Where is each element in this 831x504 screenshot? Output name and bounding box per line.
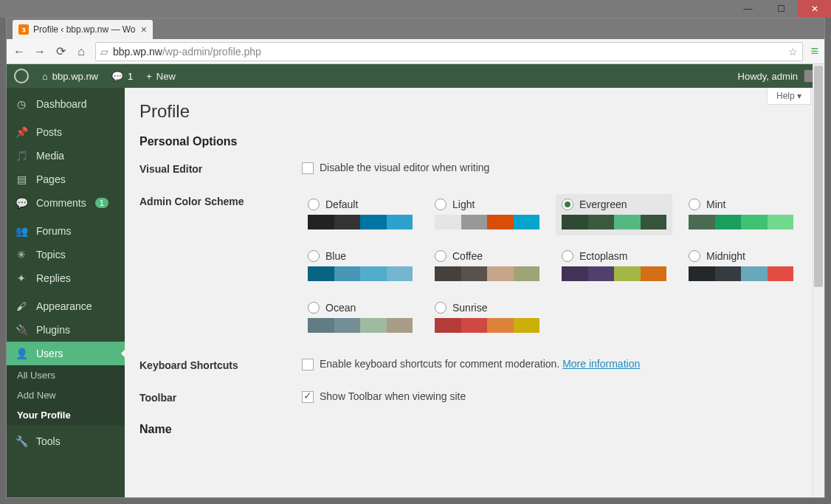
radio-icon xyxy=(308,302,320,314)
color-scheme-name: Mint xyxy=(706,199,725,210)
browser-window: ᴣ Profile ‹ bbp.wp.nw — Wo × ← → ⟳ ⌂ ▱ b… xyxy=(6,18,825,498)
color-swatches xyxy=(435,266,539,281)
scrollbar[interactable] xyxy=(813,64,824,497)
sidebar-item-media[interactable]: 🎵Media xyxy=(7,144,125,168)
wordpress-icon xyxy=(14,69,29,83)
color-scheme-coffee[interactable]: Coffee xyxy=(429,246,545,287)
comments-link[interactable]: 💬1 xyxy=(111,71,133,82)
visual-editor-text: Disable the visual editor when writing xyxy=(320,162,489,173)
color-scheme-mint[interactable]: Mint xyxy=(683,194,799,235)
sidebar-item-label: Media xyxy=(36,150,64,162)
address-bar[interactable]: ▱ bbp.wp.nw/wp-admin/profile.php ☆ xyxy=(95,42,803,61)
sidebar-item-label: Pages xyxy=(36,173,66,185)
plus-icon: + xyxy=(146,71,152,82)
url-host: bbp.wp.nw xyxy=(113,46,162,58)
window-close-button[interactable]: ✕ xyxy=(798,0,831,18)
dashboard-icon: ◷ xyxy=(14,98,29,110)
account-menu[interactable]: Howdy, admin xyxy=(738,69,817,83)
color-swatches xyxy=(308,215,413,229)
color-scheme-name: Ocean xyxy=(325,302,356,314)
more-information-link[interactable]: More information xyxy=(562,358,640,370)
sidebar-item-plugins[interactable]: 🔌Plugins xyxy=(7,318,125,342)
url-path: /wp-admin/profile.php xyxy=(162,46,261,58)
os-titlebar: — ☐ ✕ xyxy=(0,0,831,18)
color-scheme-midnight[interactable]: Midnight xyxy=(683,246,799,287)
radio-icon xyxy=(562,250,573,262)
color-scheme-light[interactable]: Light xyxy=(429,194,545,235)
sidebar-item-label: Replies xyxy=(36,272,71,284)
color-scheme-default[interactable]: Default xyxy=(302,194,418,235)
section-personal-options: Personal Options xyxy=(139,135,810,148)
sidebar-item-tools[interactable]: 🔧Tools xyxy=(7,429,125,453)
color-scheme-grid: DefaultLightEvergreenMintBlueCoffeeEctop… xyxy=(302,194,810,339)
sidebar-item-label: Topics xyxy=(36,249,66,260)
sidebar-item-appearance[interactable]: 🖌Appearance xyxy=(7,294,125,318)
color-scheme-name: Blue xyxy=(325,250,346,262)
sidebar-item-label: Appearance xyxy=(36,300,92,312)
color-scheme-name: Default xyxy=(325,199,358,210)
color-scheme-sunrise[interactable]: Sunrise xyxy=(429,297,545,339)
browser-toolbar: ← → ⟳ ⌂ ▱ bbp.wp.nw/wp-admin/profile.php… xyxy=(7,39,824,64)
radio-icon xyxy=(308,250,320,262)
sidebar-item-comments[interactable]: 💬Comments1 xyxy=(7,191,125,215)
toolbar-label: Toolbar xyxy=(139,390,302,404)
color-scheme-ocean[interactable]: Ocean xyxy=(302,297,418,339)
sidebar-subitem-all-users[interactable]: All Users xyxy=(7,365,125,385)
home-icon: ⌂ xyxy=(42,71,48,82)
home-button[interactable]: ⌂ xyxy=(75,45,88,58)
color-scheme-label: Admin Color Scheme xyxy=(139,194,302,339)
site-link[interactable]: ⌂bbp.wp.nw xyxy=(42,71,98,82)
sidebar-subitem-your-profile[interactable]: Your Profile xyxy=(7,405,125,425)
color-scheme-name: Ectoplasm xyxy=(579,250,627,262)
browser-menu-button[interactable]: ≡ xyxy=(810,44,818,59)
radio-icon xyxy=(435,250,446,262)
sidebar-item-forums[interactable]: 👥Forums xyxy=(7,219,125,243)
sidebar-item-label: Dashboard xyxy=(36,98,87,110)
forward-button[interactable]: → xyxy=(33,45,46,58)
radio-icon xyxy=(435,302,446,314)
radio-icon xyxy=(689,199,700,210)
sidebar-item-label: Plugins xyxy=(36,324,70,336)
window-minimize-button[interactable]: — xyxy=(731,0,765,18)
toolbar-text: Show Toolbar when viewing site xyxy=(320,390,466,402)
tab-close-icon[interactable]: × xyxy=(141,24,147,35)
back-button[interactable]: ← xyxy=(13,45,26,58)
browser-tab-strip: ᴣ Profile ‹ bbp.wp.nw — Wo × xyxy=(7,18,824,39)
content-area: Help ▾ Profile Personal Options Visual E… xyxy=(125,88,824,497)
plugins-icon: 🔌 xyxy=(14,324,29,336)
admin-sidebar: ◷Dashboard📌Posts🎵Media▤Pages💬Comments1👥F… xyxy=(7,88,125,497)
color-scheme-name: Light xyxy=(452,199,475,210)
count-badge: 1 xyxy=(95,198,108,208)
color-scheme-ectoplasm[interactable]: Ectoplasm xyxy=(556,246,672,287)
page-icon: ▱ xyxy=(100,46,108,58)
color-swatches xyxy=(308,318,413,333)
sidebar-item-pages[interactable]: ▤Pages xyxy=(7,168,125,191)
radio-icon xyxy=(689,250,700,262)
wp-logo[interactable] xyxy=(14,69,29,83)
sidebar-item-dashboard[interactable]: ◷Dashboard xyxy=(7,92,125,116)
sidebar-item-posts[interactable]: 📌Posts xyxy=(7,120,125,144)
sidebar-item-label: Tools xyxy=(36,435,61,447)
sidebar-subitem-add-new[interactable]: Add New xyxy=(7,385,125,405)
sidebar-item-replies[interactable]: ✦Replies xyxy=(7,266,125,290)
help-tab[interactable]: Help ▾ xyxy=(767,88,811,105)
color-scheme-name: Coffee xyxy=(452,250,483,262)
sidebar-item-topics[interactable]: ✳Topics xyxy=(7,243,125,266)
color-scheme-evergreen[interactable]: Evergreen xyxy=(556,194,672,235)
pin-icon: 📌 xyxy=(14,126,29,138)
color-swatches xyxy=(562,215,666,229)
window-maximize-button[interactable]: ☐ xyxy=(765,0,798,18)
color-scheme-blue[interactable]: Blue xyxy=(302,246,418,287)
tab-title: Profile ‹ bbp.wp.nw — Wo xyxy=(33,24,136,35)
reload-button[interactable]: ⟳ xyxy=(54,45,67,58)
new-content-link[interactable]: +New xyxy=(146,71,176,82)
keyboard-shortcuts-checkbox[interactable] xyxy=(302,359,314,370)
visual-editor-checkbox[interactable] xyxy=(302,162,314,174)
bookmark-star-icon[interactable]: ☆ xyxy=(788,46,798,58)
sidebar-item-users[interactable]: 👤Users xyxy=(7,342,125,365)
radio-icon xyxy=(562,199,573,210)
browser-tab[interactable]: ᴣ Profile ‹ bbp.wp.nw — Wo × xyxy=(13,20,153,39)
page-title: Profile xyxy=(139,101,810,122)
toolbar-checkbox[interactable] xyxy=(302,391,314,403)
scrollbar-thumb[interactable] xyxy=(814,66,823,287)
